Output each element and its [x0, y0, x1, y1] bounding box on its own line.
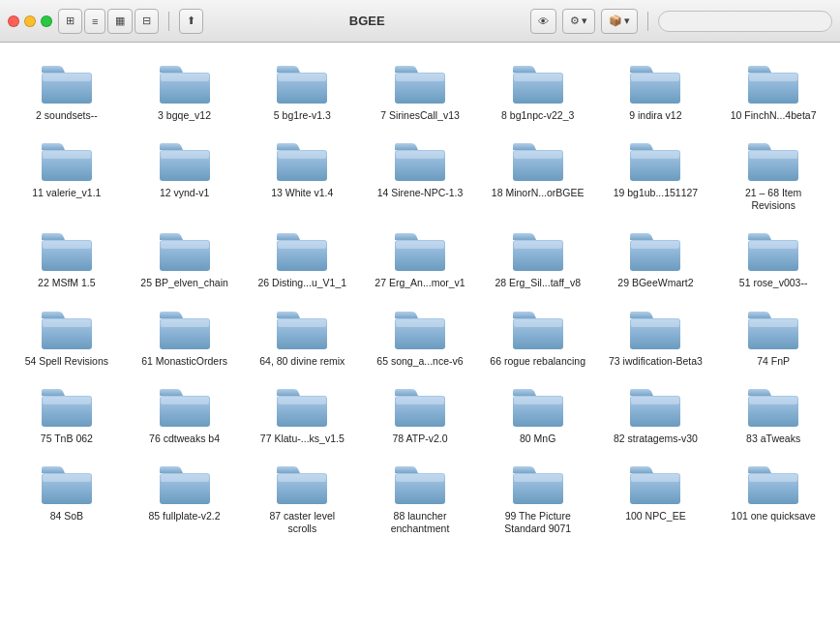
- svg-rect-29: [43, 241, 91, 249]
- folder-icon: [393, 60, 447, 106]
- list-item[interactable]: 10 FinchN...4beta7: [714, 52, 832, 130]
- view-column-button[interactable]: ▦: [107, 9, 133, 34]
- list-item[interactable]: 25 BP_elven_chain: [126, 220, 244, 297]
- list-item[interactable]: 77 Klatu-...ks_v1.5: [243, 375, 361, 453]
- folder-icon: [746, 306, 800, 352]
- folder-icon: [158, 137, 212, 184]
- search-input[interactable]: [658, 11, 832, 32]
- list-item[interactable]: 12 vynd-v1: [126, 130, 244, 220]
- svg-rect-77: [396, 474, 444, 482]
- svg-rect-69: [749, 397, 797, 404]
- list-item[interactable]: 85 fullplate-v2.2: [126, 453, 244, 543]
- folder-icon: [746, 383, 800, 430]
- list-item[interactable]: 75 TnB 062: [8, 375, 126, 453]
- search-wrapper: 🔍: [658, 11, 832, 32]
- list-item[interactable]: 100 NPC_EE: [597, 453, 715, 543]
- svg-rect-13: [749, 74, 797, 81]
- list-item[interactable]: 87 caster level scrolls: [243, 453, 361, 543]
- view-grid-button[interactable]: ⊞: [58, 9, 82, 34]
- folder-icon: [511, 383, 565, 430]
- svg-rect-81: [631, 474, 679, 482]
- view-list-button[interactable]: ≡: [84, 9, 105, 34]
- folder-icon: [40, 461, 94, 507]
- action-button[interactable]: ⚙ ▾: [562, 9, 595, 34]
- folder-icon: [511, 461, 565, 507]
- folder-label: 5 bg1re-v1.3: [274, 109, 331, 122]
- folder-label: 75 TnB 062: [41, 433, 93, 445]
- list-item[interactable]: 99 The Picture Standard 9071: [479, 453, 597, 543]
- list-item[interactable]: 9 indira v12: [597, 52, 715, 130]
- list-item[interactable]: 80 MnG: [479, 375, 597, 453]
- folder-icon: [40, 306, 94, 352]
- close-button[interactable]: [8, 15, 19, 27]
- folder-icon: [275, 60, 329, 106]
- folder-icon: [393, 461, 447, 507]
- folder-icon: [511, 306, 565, 352]
- view-coverflow-button[interactable]: ⊟: [135, 9, 159, 34]
- list-item[interactable]: 66 rogue rebalancing: [479, 298, 597, 375]
- folder-icon: [275, 137, 329, 184]
- folder-label: 12 vynd-v1: [160, 187, 209, 199]
- folder-label: 8 bg1npc-v22_3: [501, 109, 574, 122]
- svg-rect-59: [161, 397, 209, 404]
- list-item[interactable]: 61 MonasticOrders: [126, 298, 244, 375]
- list-item[interactable]: 21 – 68 Item Revisions: [714, 130, 832, 220]
- svg-rect-23: [514, 151, 562, 159]
- svg-rect-7: [396, 74, 444, 81]
- list-item[interactable]: 3 bgqe_v12: [126, 52, 244, 130]
- folder-label: 54 Spell Revisions: [25, 355, 108, 368]
- folder-grid: 2 soundsets--3 bgqe_v125 bg1re-v1.37 Sir…: [8, 52, 832, 543]
- list-item[interactable]: 82 stratagems-v30: [597, 375, 715, 453]
- folder-icon: [158, 306, 212, 352]
- folder-label: 83 aTweaks: [746, 433, 800, 445]
- maximize-button[interactable]: [41, 15, 52, 27]
- share-button[interactable]: ⬆: [179, 9, 203, 34]
- svg-rect-15: [43, 151, 91, 159]
- list-item[interactable]: 76 cdtweaks b4: [126, 375, 244, 453]
- list-item[interactable]: 78 ATP-v2.0: [361, 375, 479, 453]
- folder-label: 99 The Picture Standard 9071: [490, 510, 586, 535]
- list-item[interactable]: 51 rose_v003--: [714, 220, 832, 297]
- list-item[interactable]: 88 launcher enchantment: [361, 453, 479, 543]
- list-item[interactable]: 26 Disting...u_V1_1: [243, 220, 361, 297]
- list-item[interactable]: 5 bg1re-v1.3: [243, 52, 361, 130]
- list-item[interactable]: 83 aTweaks: [714, 375, 832, 453]
- folder-label: 29 BGeeWmart2: [617, 277, 693, 289]
- list-item[interactable]: 7 SirinesCall_v13: [361, 52, 479, 130]
- folder-icon: [158, 383, 212, 430]
- folder-label: 26 Disting...u_V1_1: [257, 277, 346, 289]
- gear-icon: ⚙: [570, 15, 580, 27]
- svg-rect-63: [396, 397, 444, 404]
- folder-icon: [40, 60, 94, 106]
- folder-label: 25 BP_elven_chain: [140, 277, 228, 289]
- svg-rect-47: [278, 319, 326, 327]
- list-item[interactable]: 74 FnP: [714, 298, 832, 375]
- list-item[interactable]: 11 valerie_v1.1: [8, 130, 126, 220]
- list-item[interactable]: 101 one quicksave: [714, 453, 832, 543]
- list-item[interactable]: 73 iwdification-Beta3: [597, 298, 715, 375]
- window-title: BGEE: [209, 14, 525, 28]
- list-item[interactable]: 2 soundsets--: [8, 52, 126, 130]
- folder-label: 22 MSfM 1.5: [38, 277, 96, 289]
- list-item[interactable]: 64, 80 divine remix: [243, 298, 361, 375]
- list-item[interactable]: 54 Spell Revisions: [8, 298, 126, 375]
- folder-icon: [158, 227, 212, 274]
- list-item[interactable]: 13 White v1.4: [243, 130, 361, 220]
- list-item[interactable]: 8 bg1npc-v22_3: [479, 52, 597, 130]
- list-item[interactable]: 14 Sirene-NPC-1.3: [361, 130, 479, 220]
- list-item[interactable]: 27 Erg_An...mor_v1: [361, 220, 479, 297]
- list-item[interactable]: 84 SoB: [8, 453, 126, 543]
- minimize-button[interactable]: [24, 15, 36, 27]
- folder-icon: [275, 461, 329, 507]
- svg-rect-51: [514, 319, 562, 327]
- list-item[interactable]: 18 MinorN...orBGEE: [479, 130, 597, 220]
- list-item[interactable]: 28 Erg_Sil...taff_v8: [479, 220, 597, 297]
- folder-icon: [158, 60, 212, 106]
- list-item[interactable]: 65 song_a...nce-v6: [361, 298, 479, 375]
- quicklook-button[interactable]: 👁: [530, 9, 556, 34]
- list-item[interactable]: 19 bg1ub...151127: [597, 130, 715, 220]
- svg-rect-27: [749, 151, 797, 159]
- list-item[interactable]: 22 MSfM 1.5: [8, 220, 126, 297]
- list-item[interactable]: 29 BGeeWmart2: [597, 220, 715, 297]
- dropbox-button[interactable]: 📦 ▾: [601, 9, 638, 34]
